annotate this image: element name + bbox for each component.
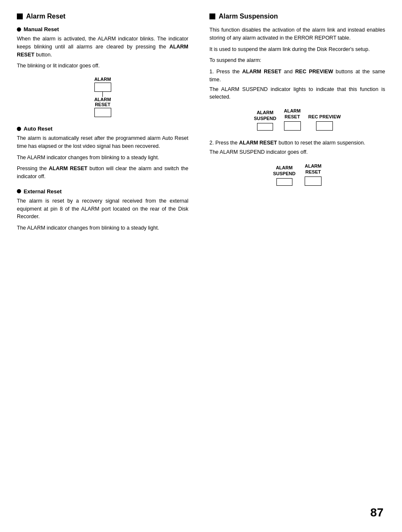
diag2-alarm-reset-box xyxy=(284,121,301,131)
diagram-alarm-reset: ALARM ALARMRESET xyxy=(17,77,188,117)
step-1-sub: The ALARM SUSPEND indicator lights to in… xyxy=(209,86,385,102)
external-reset-title: External Reset xyxy=(17,188,188,195)
diag3-alarm-suspend-label: ALARMSUSPEND xyxy=(273,165,295,177)
auto-reset-para2: The ALARM indicator changes from blinkin… xyxy=(17,154,188,162)
diag1-connector xyxy=(102,92,103,97)
diagram-step2: ALARMSUSPEND ALARMRESET xyxy=(209,163,385,186)
section-title-icon xyxy=(17,13,23,19)
left-column: Alarm Reset Manual Reset When the alarm … xyxy=(17,13,201,519)
right-section-title-text: Alarm Suspension xyxy=(219,13,278,20)
right-section-title: Alarm Suspension xyxy=(209,13,385,20)
step-2: 2. Press the ALARM RESET button to reset… xyxy=(209,139,385,186)
diag3-alarm-reset: ALARMRESET xyxy=(305,163,322,186)
auto-reset-bullet xyxy=(17,127,21,131)
external-reset-title-text: External Reset xyxy=(24,188,62,195)
diag3-alarm-reset-box xyxy=(305,176,322,186)
diag3-alarm-reset-label: ALARMRESET xyxy=(305,163,322,175)
diag3: ALARMSUSPEND ALARMRESET xyxy=(273,163,322,186)
right-intro-para2: It is used to suspend the alarm link dur… xyxy=(209,45,385,53)
diag2-rec-preview-box xyxy=(316,121,333,131)
diag2-alarm-suspend: ALARMSUSPEND xyxy=(254,110,276,131)
manual-reset-section: Manual Reset When the alarm is activated… xyxy=(17,26,188,117)
diag2-rec-preview: REC PREVIEW xyxy=(308,114,341,130)
manual-reset-title-text: Manual Reset xyxy=(24,26,59,32)
diag1-bottom-box xyxy=(94,108,111,117)
auto-reset-section: Auto Reset The alarm is automatically re… xyxy=(17,126,188,181)
diag1-top-box xyxy=(94,83,111,92)
diag3-alarm-suspend-box xyxy=(276,178,292,186)
diag2-alarm-suspend-label: ALARMSUSPEND xyxy=(254,110,276,122)
left-section-title-text: Alarm Reset xyxy=(26,13,65,20)
right-intro-para1: This function disables the activation of… xyxy=(209,26,385,42)
step-1: 1. Press the ALARM RESET and REC PREVIEW… xyxy=(209,68,385,131)
external-reset-para2: The ALARM indicator changes from blinkin… xyxy=(17,224,188,232)
auto-reset-title-text: Auto Reset xyxy=(24,126,53,132)
auto-reset-para1: The alarm is automatically reset after t… xyxy=(17,134,188,150)
right-section-title-icon xyxy=(209,13,215,19)
external-reset-section: External Reset The alarm is reset by a r… xyxy=(17,188,188,232)
manual-reset-para2: The blinking or lit indicator goes off. xyxy=(17,62,188,70)
external-reset-bullet xyxy=(17,189,21,193)
left-section-title: Alarm Reset xyxy=(17,13,188,20)
manual-reset-para1: When the alarm is activated, the ALARM i… xyxy=(17,35,188,59)
diag1-bottom-label: ALARMRESET xyxy=(94,97,111,107)
step-2-text: 2. Press the ALARM RESET button to reset… xyxy=(209,139,385,147)
right-intro-para3: To suspend the alarm: xyxy=(209,56,385,64)
step-1-text: 1. Press the ALARM RESET and REC PREVIEW… xyxy=(209,68,385,84)
diag1-top-label: ALARM xyxy=(94,77,111,82)
right-column: Alarm Suspension This function disables … xyxy=(201,13,385,519)
auto-reset-para3: Pressing the ALARM RESET button will cle… xyxy=(17,165,188,181)
diag2-alarm-reset-label: ALARMRESET xyxy=(284,108,301,120)
manual-reset-title: Manual Reset xyxy=(17,26,188,32)
page: Alarm Reset Manual Reset When the alarm … xyxy=(0,0,402,532)
manual-reset-bullet xyxy=(17,27,21,32)
diag2-alarm-reset: ALARMRESET xyxy=(284,108,301,131)
external-reset-para1: The alarm is reset by a recovery signal … xyxy=(17,197,188,221)
diag2-alarm-suspend-box xyxy=(257,123,273,131)
auto-reset-title: Auto Reset xyxy=(17,126,188,132)
diag1: ALARM ALARMRESET xyxy=(94,77,111,117)
step-2-sub: The ALARM SUSPEND indicator goes off. xyxy=(209,148,385,156)
diag3-alarm-suspend: ALARMSUSPEND xyxy=(273,165,295,186)
diag2-rec-preview-label: REC PREVIEW xyxy=(308,114,341,120)
page-number: 87 xyxy=(370,506,383,519)
diag2: ALARMSUSPEND ALARMRESET REC PREVIEW xyxy=(254,108,340,131)
diagram-step1: ALARMSUSPEND ALARMRESET REC PREVIEW xyxy=(209,108,385,131)
